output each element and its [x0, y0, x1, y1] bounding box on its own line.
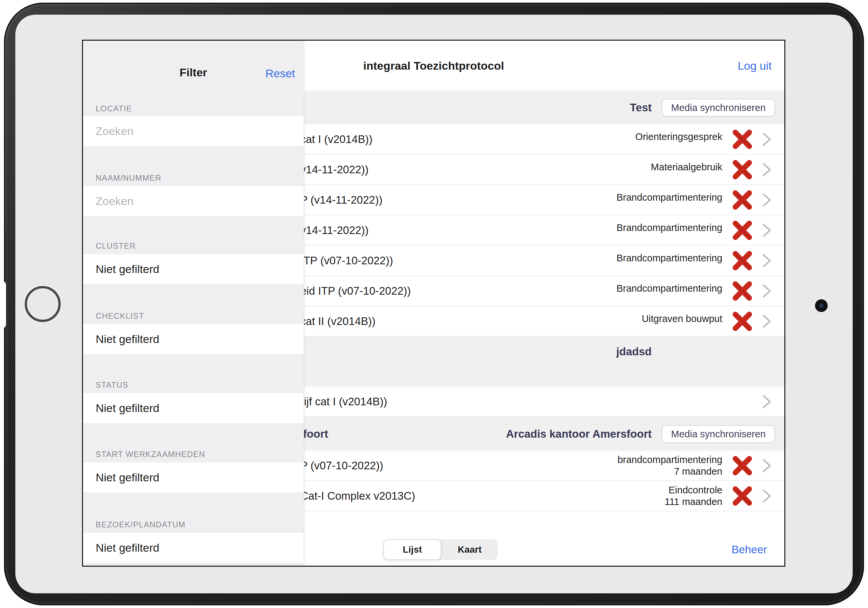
checklist-category: Brandcompartimentering — [616, 252, 722, 264]
red-x-icon — [732, 250, 753, 271]
filter-section-label: CHECKLIST — [96, 311, 144, 321]
filter-section: BEZOEK/PLANDATUM — [83, 493, 304, 533]
checklist-category: Brandcompartimentering — [616, 222, 722, 234]
app-window: integraal Toezichtprotocol Log uit n Tes… — [82, 40, 785, 567]
chevron-right-icon — [761, 223, 772, 238]
red-x-icon — [732, 280, 753, 302]
section-title: Arcadis kantoor Amersfoort — [506, 417, 652, 451]
locatie-search-input[interactable]: Zoeken — [83, 116, 304, 146]
logout-button[interactable]: Log uit — [738, 41, 772, 91]
segment-lijst[interactable]: Lijst — [383, 539, 441, 560]
checklist-category: Eindcontrole 111 maanden — [665, 484, 722, 508]
chevron-right-icon — [761, 489, 772, 504]
checklist-name: rijf cat I (v2014B)) — [300, 387, 387, 416]
checklist-name: Cat-I Complex v2013C) — [300, 481, 415, 511]
checklist-filter-row[interactable]: Niet gefilterd — [83, 324, 304, 354]
checklist-name: eid ITP (v07-10-2022)) — [300, 276, 411, 306]
media-sync-button[interactable]: Media synchroniseren — [662, 425, 775, 443]
front-camera-icon — [815, 299, 828, 312]
checklist-category: Brandcompartimentering — [616, 192, 722, 203]
chevron-right-icon — [761, 162, 772, 177]
chevron-right-icon — [761, 253, 772, 268]
red-x-icon — [732, 220, 753, 241]
chevron-right-icon — [761, 394, 772, 409]
red-x-icon — [732, 129, 753, 150]
side-switch-cutout — [0, 281, 6, 328]
filter-section: CLUSTER — [83, 216, 304, 254]
filter-section: STATUS — [83, 354, 304, 393]
checklist-name: P (v07-10-2022)) — [300, 451, 383, 480]
filter-section-label: CLUSTER — [96, 241, 136, 251]
manage-button[interactable]: Beheer — [732, 539, 767, 560]
category-line: brandcompartimentering — [618, 454, 722, 466]
chevron-right-icon — [761, 458, 772, 473]
red-x-icon — [732, 189, 753, 211]
red-x-icon — [732, 159, 753, 180]
red-x-icon — [732, 485, 753, 507]
filter-panel: Filter Reset LOCATIE Zoeken NAAM/NUMMER … — [83, 41, 304, 566]
cluster-filter-row[interactable]: Niet gefilterd — [83, 254, 304, 284]
section-title: jdadsd — [616, 345, 652, 358]
section-title: Test — [630, 91, 652, 124]
checklist-name: cat II (v2014B)) — [300, 306, 376, 336]
home-button[interactable] — [25, 286, 60, 322]
checklist-name: v14-11-2022)) — [300, 155, 369, 185]
checklist-category: Brandcompartimentering — [616, 283, 722, 294]
filter-section-label: START WERKZAAMHEDEN — [96, 450, 205, 459]
filter-section-label: LOCATIE — [96, 104, 132, 113]
chevron-right-icon — [761, 132, 772, 147]
filter-section: NAAM/NUMMER — [83, 146, 304, 186]
naam-nummer-search-input[interactable]: Zoeken — [83, 186, 304, 216]
red-x-icon — [732, 311, 753, 332]
category-duration: 111 maanden — [665, 496, 722, 508]
filter-section-label: STATUS — [96, 380, 128, 390]
checklist-category: brandcompartimentering 7 maanden — [618, 454, 722, 477]
chevron-right-icon — [761, 314, 772, 329]
filter-panel-header: Filter Reset LOCATIE — [83, 41, 304, 116]
filter-section: START WERKZAAMHEDEN — [83, 423, 304, 462]
status-filter-row[interactable]: Niet gefilterd — [83, 393, 304, 423]
media-sync-button[interactable]: Media synchroniseren — [662, 99, 775, 117]
reset-button[interactable]: Reset — [265, 67, 295, 80]
category-duration: 7 maanden — [618, 466, 722, 477]
checklist-name: ITP (v07-10-2022)) — [300, 246, 393, 275]
start-werkzaamheden-filter-row[interactable]: Niet gefilterd — [83, 462, 304, 493]
checklist-category: Uitgraven bouwput — [642, 313, 722, 325]
checklist-name: v14-11-2022)) — [300, 216, 369, 245]
filter-panel-tail — [83, 563, 304, 566]
list-map-segmented-control[interactable]: Lijst Kaart — [383, 539, 498, 560]
category-line: Eindcontrole — [665, 484, 722, 496]
segment-kaart[interactable]: Kaart — [441, 539, 498, 560]
chevron-right-icon — [761, 192, 772, 208]
checklist-category: Orienteringsgesprek — [636, 131, 722, 143]
checklist-name: P (v14-11-2022)) — [300, 185, 382, 215]
red-x-icon — [732, 455, 753, 476]
chevron-right-icon — [761, 283, 772, 299]
filter-section: CHECKLIST — [83, 284, 304, 324]
filter-section-label: BEZOEK/PLANDATUM — [96, 520, 185, 529]
filter-section-label: NAAM/NUMMER — [96, 173, 161, 183]
checklist-name: cat I (v2014B)) — [300, 124, 372, 154]
checklist-category: Materiaalgebruik — [651, 161, 722, 173]
bezoek-plandatum-filter-row[interactable]: Niet gefilterd — [83, 533, 304, 563]
